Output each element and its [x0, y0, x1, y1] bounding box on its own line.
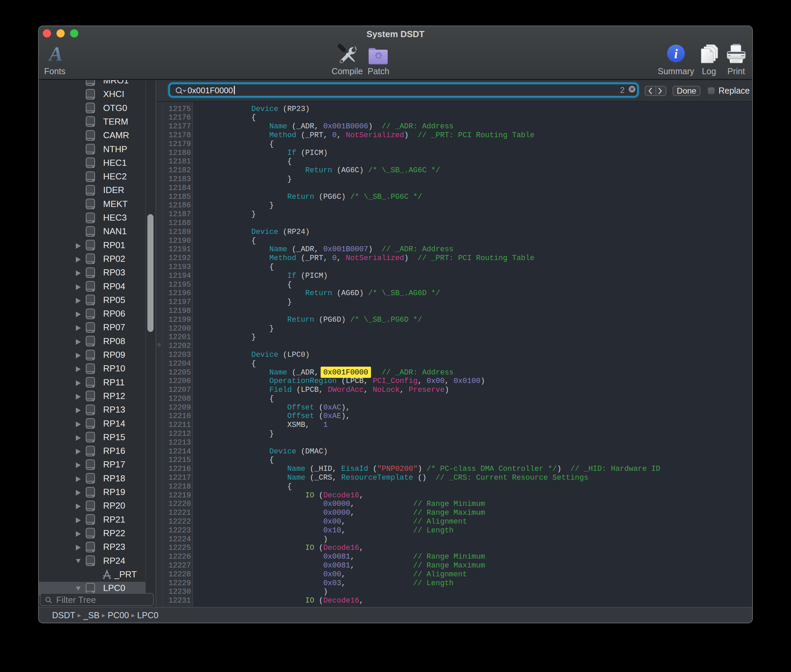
svg-text:i: i [674, 46, 678, 61]
